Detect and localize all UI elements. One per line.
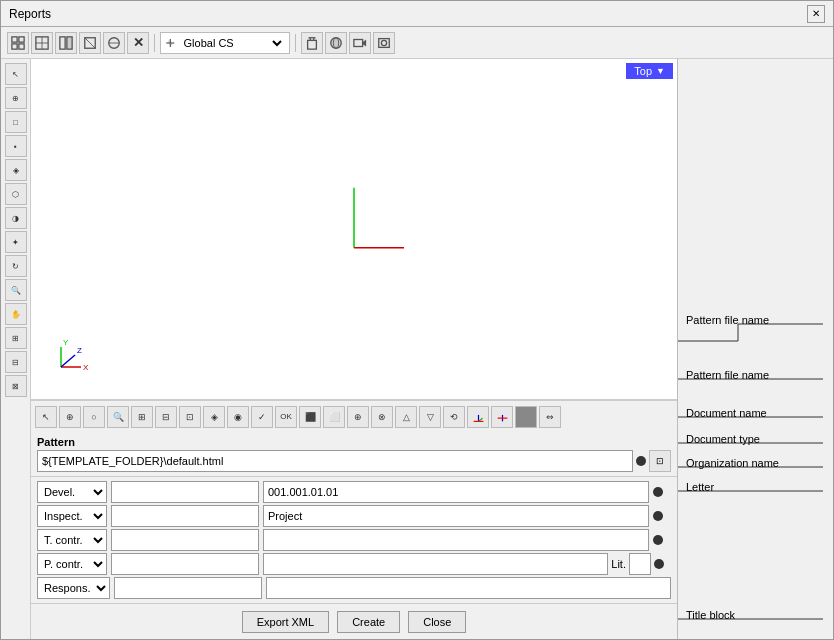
left-btn-solid1[interactable]: ▪ [5,135,27,157]
toolbar-btn-cam1[interactable] [349,32,371,54]
form-row-2: Inspect. [37,505,671,527]
toolbar-btn-sphere[interactable] [325,32,347,54]
bottom-btn-axes[interactable] [467,406,489,428]
form-dropdown-4[interactable]: P. contr. [37,553,107,575]
toolbar-btn-4[interactable] [79,32,101,54]
center-panel: Top ▼ [31,59,678,639]
left-btn-pan[interactable]: ✋ [5,303,27,325]
bottom-btn-6[interactable]: ⊟ [155,406,177,428]
bottom-btn-8[interactable]: ◈ [203,406,225,428]
toolbar-btn-1[interactable] [7,32,29,54]
form-dropdown-5[interactable]: Respons. [37,577,110,599]
form-row-5: Respons. [37,577,671,599]
form-main-5[interactable] [266,577,671,599]
form-text-3[interactable] [111,529,259,551]
left-btn-grid2[interactable]: ⊠ [5,375,27,397]
bottom-btn-12[interactable]: ⬜ [323,406,345,428]
bottom-btn-11[interactable]: ⬛ [299,406,321,428]
annotation-letter: Letter [686,481,714,493]
viewport: Top ▼ [31,59,677,400]
toolbar-btn-cam2[interactable] [373,32,395,54]
viewport-axes-indicator: Y X Z [51,337,101,379]
bottom-btn-ok[interactable]: OK [275,406,297,428]
export-xml-button[interactable]: Export XML [242,611,329,633]
left-btn-wire[interactable]: ⬡ [5,183,27,205]
toolbar-sep-1 [154,34,155,52]
annotation-pattern-file-2: Pattern file name [686,369,769,381]
toolbar-btn-delete[interactable] [301,32,323,54]
left-btn-cursor[interactable]: ↖ [5,63,27,85]
svg-text:Z: Z [77,346,82,355]
form-text-1[interactable] [111,481,259,503]
svg-text:X: X [83,363,89,372]
bottom-btn-expand[interactable]: ⇔ [539,406,561,428]
left-btn-fit[interactable]: ⊞ [5,327,27,349]
close-window-button[interactable]: ✕ [807,5,825,23]
svg-point-20 [331,37,342,48]
bottom-btn-7[interactable]: ⊡ [179,406,201,428]
main-window: Reports ✕ ✕ Global CS [0,0,834,640]
left-btn-select[interactable]: ⊕ [5,87,27,109]
svg-rect-2 [12,43,17,48]
form-text-4[interactable] [111,553,259,575]
form-select-3[interactable]: T. contr. [38,533,106,547]
left-btn-solid2[interactable]: ◈ [5,159,27,181]
toolbar-btn-5[interactable] [103,32,125,54]
cs-dropdown[interactable]: Global CS [160,32,290,54]
toolbar-btn-x[interactable]: ✕ [127,32,149,54]
bottom-btn-gray[interactable] [515,406,537,428]
form-dropdown-1[interactable]: Devel. [37,481,107,503]
svg-rect-7 [60,36,65,48]
left-btn-shade[interactable]: ◑ [5,207,27,229]
view-label[interactable]: Top ▼ [626,63,673,79]
bottom-btn-15[interactable]: △ [395,406,417,428]
form-select-4[interactable]: P. contr. [38,557,106,571]
left-btn-zoom[interactable]: 🔍 [5,279,27,301]
pattern-input[interactable] [37,450,633,472]
right-annotations: Pattern file name Pattern file name Docu… [678,59,833,639]
form-section: Devel. Inspect. [31,476,677,603]
bottom-btn-16[interactable]: ▽ [419,406,441,428]
bottom-btn-4[interactable]: 🔍 [107,406,129,428]
cs-select[interactable]: Global CS [180,36,285,50]
svg-rect-22 [354,39,363,46]
bottom-btn-axes2[interactable] [491,406,513,428]
bottom-btn-14[interactable]: ⊗ [371,406,393,428]
pattern-dot [636,456,646,466]
lit-box[interactable] [629,553,651,575]
form-select-5[interactable]: Respons. [38,581,109,595]
bottom-btn-17[interactable]: ⟲ [443,406,465,428]
svg-point-25 [381,40,386,45]
form-select-1[interactable]: Devel. [38,485,106,499]
toolbar-btn-3[interactable] [55,32,77,54]
bottom-btn-10[interactable]: ✓ [251,406,273,428]
left-btn-layer[interactable]: ⊟ [5,351,27,373]
form-text-5[interactable] [114,577,262,599]
bottom-btn-9[interactable]: ◉ [227,406,249,428]
form-main-1[interactable] [263,481,649,503]
left-btn-box[interactable]: □ [5,111,27,133]
form-select-2[interactable]: Inspect. [38,509,106,523]
left-btn-light[interactable]: ✦ [5,231,27,253]
form-main-3[interactable] [263,529,649,551]
toolbar-btn-2[interactable] [31,32,53,54]
bottom-btn-1[interactable]: ↖ [35,406,57,428]
form-dropdown-2[interactable]: Inspect. [37,505,107,527]
form-text-2[interactable] [111,505,259,527]
close-button[interactable]: Close [408,611,466,633]
form-main-2[interactable] [263,505,649,527]
bottom-btn-13[interactable]: ⊕ [347,406,369,428]
form-dot-3 [653,535,663,545]
left-btn-rotate[interactable]: ↻ [5,255,27,277]
pattern-section: Pattern ⊡ [31,432,677,476]
pattern-browse-btn[interactable]: ⊡ [649,450,671,472]
view-dropdown-arrow[interactable]: ▼ [656,66,665,76]
bottom-btn-3[interactable]: ○ [83,406,105,428]
create-button[interactable]: Create [337,611,400,633]
annotation-document-type: Document type [686,433,760,445]
bottom-btn-2[interactable]: ⊕ [59,406,81,428]
form-main-4[interactable] [263,553,608,575]
bottom-btn-5[interactable]: ⊞ [131,406,153,428]
form-dot-4 [654,559,664,569]
form-dropdown-3[interactable]: T. contr. [37,529,107,551]
